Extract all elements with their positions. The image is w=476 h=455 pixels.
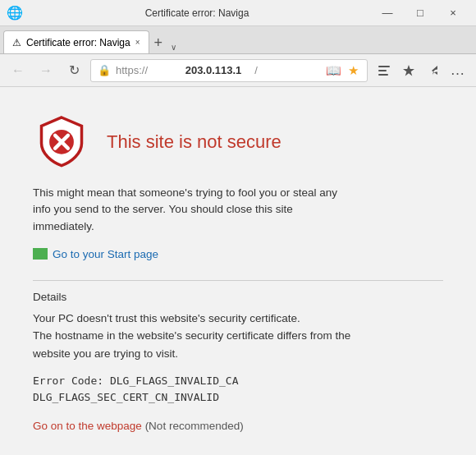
details-heading: Details xyxy=(33,291,443,303)
start-page-link[interactable]: Go to your Start page xyxy=(33,248,158,260)
window-title: Certificate error: Naviga xyxy=(23,7,371,19)
back-button[interactable]: ← xyxy=(7,59,30,82)
tab-favicon: ⚠ xyxy=(12,37,21,48)
share-button[interactable] xyxy=(422,59,445,82)
hub-button[interactable] xyxy=(373,59,396,82)
more-button[interactable]: … xyxy=(446,59,469,82)
lock-icon: 🔒 xyxy=(98,64,111,76)
minimize-button[interactable]: — xyxy=(371,0,404,26)
shield-icon xyxy=(33,112,90,169)
tab-bar: ⚠ Certificate error: Naviga × + ∨ xyxy=(0,26,476,54)
error-code-block: Error Code: DLG_FLAGS_INVALID_CA DLG_FLA… xyxy=(33,373,443,407)
error-page-content: This site is not secure This might mean … xyxy=(0,87,476,455)
details-text-2: The hostname in the website's security c… xyxy=(33,327,353,362)
reading-view-icon[interactable]: 📖 xyxy=(324,62,343,80)
toolbar-icons: … xyxy=(373,59,469,82)
address-path: / xyxy=(254,64,319,76)
refresh-button[interactable]: ↻ xyxy=(62,59,85,82)
title-bar: 🌐 Certificate error: Naviga — □ × xyxy=(0,0,476,26)
details-text-1: Your PC doesn't trust this website's sec… xyxy=(33,310,353,328)
error-title: This site is not secure xyxy=(107,131,281,153)
shield-icon-wrap xyxy=(33,112,90,172)
browser-icon: 🌐 xyxy=(7,5,23,21)
favorites-button[interactable] xyxy=(397,59,420,82)
error-code-line1: Error Code: DLG_FLAGS_INVALID_CA xyxy=(33,373,443,390)
address-bar: ← → ↻ 🔒 https:// 203.0.113.1 / 📖 ★ xyxy=(0,54,476,87)
window-icon-group: 🌐 xyxy=(7,5,23,21)
error-header: This site is not secure xyxy=(33,112,443,172)
address-url-prefix: https:// xyxy=(116,64,181,76)
divider xyxy=(33,280,443,281)
go-on-webpage-link[interactable]: Go on to the webpage xyxy=(33,420,142,432)
details-text-block: Your PC doesn't trust this website's sec… xyxy=(33,310,353,363)
error-code-line2: DLG_FLAGS_SEC_CERT_CN_INVALID xyxy=(33,389,443,407)
maximize-button[interactable]: □ xyxy=(404,0,437,26)
not-recommended-label: (Not recommended) xyxy=(145,420,244,432)
new-tab-button[interactable]: + xyxy=(149,34,168,52)
address-input-wrap[interactable]: 🔒 https:// 203.0.113.1 / 📖 ★ xyxy=(90,59,368,82)
favorites-star-icon[interactable]: ★ xyxy=(346,62,360,80)
window-controls: — □ × xyxy=(371,0,469,26)
address-domain: 203.0.113.1 xyxy=(185,64,250,76)
address-icon-group: 📖 ★ xyxy=(324,62,360,80)
error-description: This might mean that someone's trying to… xyxy=(33,185,345,235)
tab-dropdown-button[interactable]: ∨ xyxy=(167,43,180,52)
start-page-label: Go to your Start page xyxy=(53,248,158,260)
close-button[interactable]: × xyxy=(437,0,469,26)
svg-rect-1 xyxy=(378,70,387,71)
go-on-webpage-section: Go on to the webpage (Not recommended) xyxy=(33,420,443,432)
svg-rect-0 xyxy=(378,66,390,67)
tab-close-button[interactable]: × xyxy=(135,38,140,47)
tab-label: Certificate error: Naviga xyxy=(26,37,130,48)
start-page-icon xyxy=(33,248,48,260)
svg-rect-2 xyxy=(378,74,388,76)
forward-button[interactable]: → xyxy=(34,59,57,82)
active-tab[interactable]: ⚠ Certificate error: Naviga × xyxy=(3,30,149,53)
